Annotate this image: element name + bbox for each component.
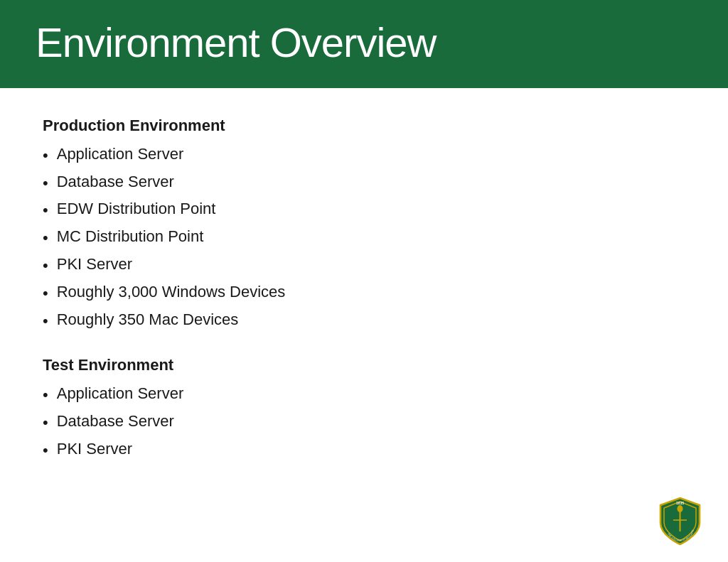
slide: Environment Overview Production Environm… — [0, 0, 728, 562]
list-item: MC Distribution Point — [43, 225, 685, 252]
list-item: Roughly 350 Mac Devices — [43, 308, 685, 335]
list-item: PKI Server — [43, 252, 685, 280]
production-list: Application Server Database Server EDW D… — [43, 142, 685, 335]
svg-text:1835: 1835 — [676, 501, 684, 505]
list-item: EDW Distribution Point — [43, 197, 685, 225]
list-item: Application Server — [43, 142, 685, 170]
test-title: Test Environment — [43, 356, 685, 374]
test-list: Application Server Database Server PKI S… — [43, 382, 685, 464]
production-section: Production Environment Application Serve… — [43, 117, 685, 335]
list-item: Application Server — [43, 382, 685, 409]
slide-header: Environment Overview — [0, 0, 728, 88]
list-item: Database Server — [43, 170, 685, 198]
slide-content: Production Environment Application Serve… — [0, 88, 728, 562]
svg-point-1 — [678, 505, 683, 512]
list-item: Roughly 3,000 Windows Devices — [43, 280, 685, 308]
production-title: Production Environment — [43, 117, 685, 135]
college-logo: 1835 THE COLLEGE AT BROCKPORT — [653, 495, 707, 548]
list-item: Database Server — [43, 409, 685, 437]
test-section: Test Environment Application Server Data… — [43, 356, 685, 464]
list-item: PKI Server — [43, 437, 685, 465]
slide-title: Environment Overview — [36, 20, 692, 65]
